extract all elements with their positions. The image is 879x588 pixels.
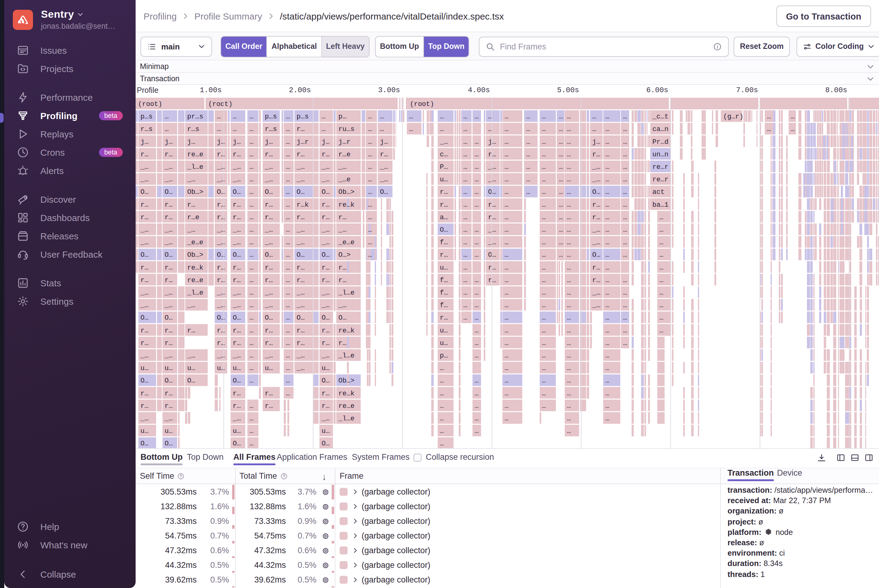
svg-text:…: … xyxy=(567,314,571,321)
svg-text:…: … xyxy=(249,440,254,447)
svg-text:r…: r… xyxy=(165,264,173,272)
svg-text:…: … xyxy=(505,213,508,221)
svg-text:…: … xyxy=(505,138,508,146)
svg-text:_…: _… xyxy=(321,289,329,297)
svg-text:…: … xyxy=(559,188,563,196)
svg-text:r…: r… xyxy=(322,276,329,284)
svg-text:r…: r… xyxy=(165,339,173,347)
svg-text:…: … xyxy=(606,314,609,321)
svg-text:_…: _… xyxy=(338,226,346,234)
svg-text:…: … xyxy=(606,390,609,397)
svg-text:…: … xyxy=(505,112,508,120)
svg-text:r…: r… xyxy=(338,276,346,284)
svg-text:…: … xyxy=(505,251,508,259)
svg-text:…: … xyxy=(249,276,254,284)
svg-text:j…r: j…r xyxy=(338,138,351,146)
svg-text:…: … xyxy=(505,364,508,372)
svg-text:r…: r… xyxy=(140,339,149,347)
svg-text:…: … xyxy=(505,314,508,321)
svg-text:(root): (root) xyxy=(208,100,233,108)
svg-text:…: … xyxy=(249,339,254,347)
svg-text:r…: r… xyxy=(165,201,173,208)
svg-text:u…: u… xyxy=(440,264,448,272)
svg-text:r…: r… xyxy=(140,264,149,272)
svg-text:…: … xyxy=(440,364,444,372)
svg-text:_…: _… xyxy=(187,302,195,309)
svg-text:…: … xyxy=(286,264,290,272)
svg-text:…: … xyxy=(440,390,444,397)
svg-text:u…: u… xyxy=(140,427,149,435)
svg-text:…: … xyxy=(606,138,609,146)
svg-text:…: … xyxy=(505,390,508,397)
svg-text:…: … xyxy=(463,176,467,183)
svg-text:(root): (root) xyxy=(410,100,434,108)
svg-text:j…: j… xyxy=(592,138,600,146)
svg-text:…: … xyxy=(463,112,467,120)
svg-text:…: … xyxy=(463,125,467,133)
svg-text:…: … xyxy=(463,226,467,234)
svg-text:…: … xyxy=(542,112,546,120)
svg-text:…: … xyxy=(286,302,290,309)
svg-text:r…: r… xyxy=(338,339,346,347)
svg-text:…: … xyxy=(606,125,609,133)
svg-text:O…: O… xyxy=(322,251,329,259)
svg-text:…: … xyxy=(542,125,546,133)
svg-text:…: … xyxy=(249,415,254,422)
svg-text:O…: O… xyxy=(140,314,149,321)
svg-text:…: … xyxy=(475,163,479,171)
svg-text:…: … xyxy=(475,339,479,347)
svg-text:_…: _… xyxy=(233,415,241,422)
svg-text:…: … xyxy=(440,112,444,120)
svg-text:…: … xyxy=(542,276,546,284)
svg-text:…: … xyxy=(505,339,508,347)
svg-text:…: … xyxy=(623,238,627,246)
svg-text:…: … xyxy=(249,150,254,158)
svg-text:_…: _… xyxy=(140,226,149,234)
svg-text:…: … xyxy=(606,289,609,297)
svg-text:_…: _… xyxy=(140,302,149,309)
svg-text:…: … xyxy=(475,188,479,196)
svg-text:r…: r… xyxy=(187,201,195,208)
svg-text:O…: O… xyxy=(140,188,149,196)
svg-text:…: … xyxy=(606,415,609,422)
svg-text:_…: _… xyxy=(187,352,195,359)
svg-text:…: … xyxy=(368,125,372,133)
svg-text:…: … xyxy=(475,238,479,246)
svg-text:…: … xyxy=(559,125,563,133)
svg-text:f…: f… xyxy=(440,276,448,284)
svg-text:…: … xyxy=(567,390,571,397)
svg-text:f…: f… xyxy=(440,302,448,309)
svg-text:…: … xyxy=(567,339,571,347)
svg-text:re…e: re…e xyxy=(187,150,203,158)
svg-text:_…: _… xyxy=(233,163,241,171)
svg-text:_…: _… xyxy=(296,226,305,234)
svg-text:_…: _… xyxy=(380,176,388,183)
svg-text:…: … xyxy=(286,251,290,259)
svg-text:…: … xyxy=(286,201,290,208)
svg-text:…: … xyxy=(463,251,467,259)
svg-text:_l…e: _l…e xyxy=(187,163,203,171)
svg-text:_…: _… xyxy=(592,289,600,297)
svg-text:…: … xyxy=(606,364,609,372)
svg-text:…: … xyxy=(767,125,771,133)
svg-text:_…: _… xyxy=(592,176,600,183)
svg-text:r…: r… xyxy=(265,390,273,397)
svg-text:r…s: r…s xyxy=(265,125,277,133)
svg-text:…: … xyxy=(542,150,546,158)
svg-text:r…: r… xyxy=(140,327,149,334)
svg-text:…: … xyxy=(165,125,168,133)
svg-text:…: … xyxy=(249,402,254,410)
svg-text:…: … xyxy=(567,402,571,410)
svg-text:…: … xyxy=(567,276,571,284)
svg-text:u…: u… xyxy=(187,364,195,372)
svg-text:_…: _… xyxy=(140,238,149,246)
svg-text:r…: r… xyxy=(165,402,173,410)
svg-text:…: … xyxy=(623,276,627,284)
svg-text:O…: O… xyxy=(140,440,149,447)
svg-text:…: … xyxy=(475,377,479,384)
svg-text:…: … xyxy=(606,352,609,359)
svg-text:_…: _… xyxy=(164,176,173,183)
svg-text:…: … xyxy=(249,327,254,334)
svg-text:O…: O… xyxy=(322,314,329,321)
svg-text:…: … xyxy=(440,402,444,410)
